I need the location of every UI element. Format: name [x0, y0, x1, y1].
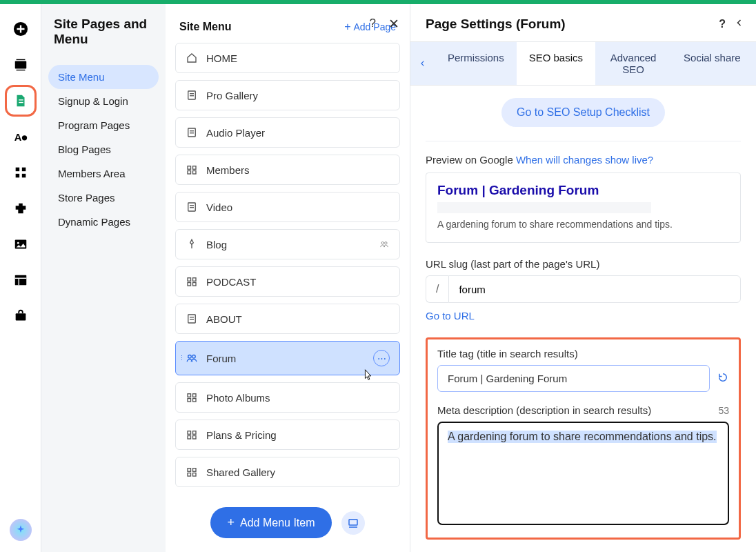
page-video[interactable]: Video [175, 192, 400, 222]
page-more-icon[interactable]: ⋯ [373, 350, 390, 366]
page-about[interactable]: ABOUT [175, 304, 400, 334]
svg-rect-15 [14, 275, 26, 278]
preview-changes-link[interactable]: When will changes show live? [516, 154, 653, 166]
svg-rect-8 [15, 168, 19, 172]
svg-rect-29 [188, 203, 196, 211]
google-description: A gardening forum to share recommendatio… [437, 219, 729, 230]
svg-rect-1 [14, 61, 26, 69]
svg-rect-25 [188, 166, 191, 170]
google-preview-card: Forum | Gardening Forum A gardening foru… [426, 172, 741, 243]
svg-rect-37 [188, 283, 191, 286]
nav-store-pages[interactable]: Store Pages [48, 186, 159, 210]
tab-social-share[interactable]: Social share [671, 42, 753, 85]
svg-point-34 [385, 242, 388, 245]
tab-advanced-seo[interactable]: Advanced SEO [595, 42, 671, 85]
back-icon[interactable] [735, 18, 744, 30]
url-slug-label: URL slug (last part of the page's URL) [426, 258, 741, 270]
svg-point-43 [192, 355, 196, 359]
layout-icon[interactable] [11, 270, 30, 290]
apps-icon[interactable] [11, 163, 30, 182]
page-settings-panel: Page Settings (Forum) ? Permissions SEO … [410, 4, 756, 552]
title-tag-input[interactable] [437, 365, 710, 392]
add-icon[interactable] [11, 19, 30, 39]
svg-rect-3 [16, 70, 25, 70]
google-url-placeholder [437, 202, 651, 213]
menu-layout-icon[interactable] [341, 511, 365, 535]
help-icon[interactable]: ? [370, 17, 376, 30]
left-rail: A [0, 4, 41, 552]
addons-icon[interactable] [11, 199, 30, 218]
svg-rect-47 [193, 399, 197, 402]
nav-dynamic-pages[interactable]: Dynamic Pages [48, 210, 159, 234]
svg-rect-27 [188, 171, 191, 175]
nav-site-menu[interactable]: Site Menu [48, 65, 159, 89]
svg-rect-9 [21, 168, 26, 172]
nav-members-area[interactable]: Members Area [48, 161, 159, 186]
seo-checklist-button[interactable]: Go to SEO Setup Checklist [501, 98, 665, 127]
svg-rect-45 [193, 394, 197, 397]
sections-icon[interactable] [11, 55, 30, 75]
svg-point-7 [21, 135, 26, 140]
add-menu-item-button[interactable]: +Add Menu Item [210, 507, 331, 538]
svg-rect-36 [193, 278, 197, 282]
svg-rect-49 [193, 431, 197, 435]
pages-icon[interactable] [11, 91, 30, 110]
svg-rect-48 [188, 431, 191, 435]
svg-rect-46 [188, 399, 191, 402]
svg-rect-35 [188, 278, 191, 282]
meta-description-input[interactable] [437, 422, 729, 525]
svg-rect-28 [193, 171, 197, 175]
svg-point-13 [17, 242, 19, 244]
media-icon[interactable] [11, 235, 30, 254]
page-home[interactable]: HOME [175, 43, 400, 73]
help-icon[interactable]: ? [719, 18, 726, 30]
page-forum[interactable]: ⋮⋮ Forum ⋯ [175, 341, 400, 375]
go-to-url-link[interactable]: Go to URL [426, 310, 475, 322]
design-icon[interactable]: A [11, 127, 30, 146]
page-members[interactable]: Members [175, 155, 400, 185]
page-shared-gallery[interactable]: Shared Gallery [175, 457, 400, 487]
svg-rect-52 [188, 469, 191, 472]
slug-prefix: / [426, 275, 448, 303]
close-icon[interactable]: ✕ [388, 16, 399, 32]
svg-rect-38 [193, 283, 197, 286]
tab-permissions[interactable]: Permissions [435, 42, 517, 85]
highlighted-seo-section: Title tag (title in search results) Meta… [426, 337, 741, 540]
svg-text:A: A [14, 132, 21, 143]
title-tag-label: Title tag (title in search results) [437, 348, 729, 359]
svg-rect-11 [21, 174, 26, 178]
page-plans-pricing[interactable]: Plans & Pricing [175, 420, 400, 450]
svg-rect-54 [188, 473, 191, 477]
nav-program-pages[interactable]: Program Pages [48, 113, 159, 137]
svg-rect-19 [188, 91, 196, 99]
svg-rect-55 [193, 473, 197, 477]
page-photo-albums[interactable]: Photo Albums [175, 382, 400, 413]
site-menu-panel: Site Menu +Add Page HOME Pro Gallery Aud… [166, 4, 410, 552]
svg-rect-44 [188, 394, 191, 397]
drag-handle-icon[interactable]: ⋮⋮ [179, 355, 191, 362]
ai-spark-icon[interactable] [10, 519, 32, 541]
page-pro-gallery[interactable]: Pro Gallery [175, 80, 400, 110]
site-menu-title: Site Menu [179, 21, 232, 33]
svg-rect-51 [193, 436, 197, 440]
svg-rect-39 [188, 315, 196, 323]
settings-tabs: Permissions SEO basics Advanced SEO Soci… [410, 42, 756, 86]
meta-desc-label: Meta description (description in search … [437, 404, 651, 416]
page-audio-player[interactable]: Audio Player [175, 117, 400, 148]
svg-rect-50 [188, 436, 191, 440]
nav-signup-login[interactable]: Signup & Login [48, 89, 159, 113]
page-blog[interactable]: Blog [175, 229, 400, 259]
svg-rect-56 [349, 519, 357, 524]
svg-rect-53 [193, 469, 197, 472]
tab-seo-basics[interactable]: SEO basics [517, 42, 595, 85]
business-icon[interactable] [11, 306, 30, 326]
tabs-scroll-left-icon[interactable] [410, 42, 435, 85]
svg-rect-18 [15, 313, 26, 320]
reset-title-icon[interactable] [717, 371, 729, 386]
page-list: HOME Pro Gallery Audio Player Members Vi… [166, 43, 410, 496]
nav-blog-pages[interactable]: Blog Pages [48, 137, 159, 161]
cursor-icon [361, 368, 376, 383]
url-slug-input[interactable] [448, 275, 741, 303]
panel1-title: Site Pages and Menu [54, 17, 156, 47]
page-podcast[interactable]: PODCAST [175, 266, 400, 297]
